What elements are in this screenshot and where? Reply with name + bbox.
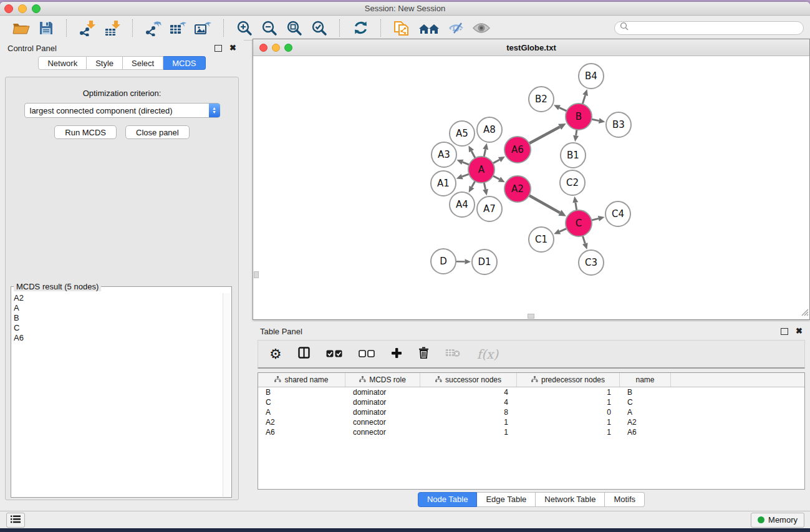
graph-edge-A6-B[interactable] [528, 127, 560, 144]
table-cell[interactable]: 1 [420, 417, 517, 427]
result-item[interactable]: C [14, 323, 223, 333]
table-cell[interactable]: B [258, 387, 345, 397]
export-table-button[interactable] [168, 19, 189, 37]
tab-network[interactable]: Network [38, 56, 87, 70]
close-table-panel-icon[interactable]: ✖ [796, 328, 803, 334]
minimize-window-button[interactable] [18, 4, 27, 13]
select-all-button[interactable] [326, 349, 342, 360]
column-visibility-button[interactable] [298, 347, 310, 361]
search-field[interactable] [614, 21, 804, 35]
table-row[interactable]: Cdominator41C [258, 397, 804, 407]
eye-slash-icon [448, 21, 465, 35]
column-header-shared-name[interactable]: shared name [258, 373, 345, 387]
graph-edge-A2-C[interactable] [528, 195, 560, 213]
zoom-in-button[interactable] [234, 19, 255, 37]
table-cell[interactable]: A [258, 407, 345, 417]
resize-grip-icon[interactable] [801, 307, 809, 319]
network-zoom-button[interactable] [284, 44, 292, 52]
function-builder-button[interactable]: f(x) [477, 347, 498, 362]
create-column-button[interactable] [391, 347, 402, 361]
result-item[interactable]: A [14, 303, 223, 313]
export-network-button[interactable] [143, 19, 164, 37]
float-panel-icon[interactable] [215, 45, 222, 52]
column-header-MCDS-role[interactable]: MCDS role [345, 373, 420, 387]
result-item[interactable]: A6 [14, 333, 223, 343]
table-cell[interactable]: 1 [517, 387, 620, 397]
network-close-button[interactable] [259, 44, 268, 52]
tab-motifs[interactable]: Motifs [605, 492, 645, 507]
network-window-titlebar[interactable]: testGlobe.txt [253, 39, 809, 56]
tab-mcds[interactable]: MCDS [163, 56, 205, 70]
table-row[interactable]: Bdominator41B [258, 387, 804, 397]
hide-graphics-details-button[interactable] [446, 19, 467, 37]
show-graphics-details-button[interactable] [471, 19, 492, 37]
checked-boxes-icon [326, 349, 342, 360]
table-cell[interactable]: A6 [258, 427, 345, 437]
save-session-button[interactable] [36, 19, 57, 37]
close-panel-icon[interactable]: ✖ [229, 45, 236, 51]
table-cell[interactable]: C [258, 397, 345, 407]
table-cell[interactable]: connector [345, 427, 420, 437]
table-cell[interactable]: 1 [517, 427, 620, 437]
table-cell[interactable]: connector [345, 417, 420, 427]
result-item[interactable]: B [14, 313, 223, 323]
table-cell[interactable]: A [620, 407, 671, 417]
tab-edge-table[interactable]: Edge Table [477, 492, 536, 507]
table-cell[interactable]: C [620, 397, 671, 407]
table-cell[interactable]: 4 [420, 387, 517, 397]
column-header-successor-nodes[interactable]: successor nodes [420, 373, 517, 387]
table-cell[interactable]: 0 [517, 407, 620, 417]
table-cell[interactable]: dominator [345, 397, 420, 407]
tab-network-table[interactable]: Network Table [536, 492, 605, 507]
optimization-criterion-select[interactable]: largest connected component (directed) ▲… [24, 103, 220, 118]
float-table-panel-icon[interactable] [781, 328, 788, 335]
table-cell[interactable]: 1 [517, 397, 620, 407]
horizontal-scroll-indicator[interactable] [528, 314, 534, 319]
table-cell[interactable]: A6 [620, 427, 671, 437]
column-header-predecessor-nodes[interactable]: predecessor nodes [517, 373, 620, 387]
network-window-controls [259, 44, 292, 52]
close-panel-button[interactable]: Close panel [125, 125, 190, 139]
table-cell[interactable]: A2 [620, 417, 671, 427]
mcds-result-list[interactable]: A2ABCA6 [14, 293, 223, 496]
table-row[interactable]: A2connector11A2 [258, 417, 804, 427]
table-cell[interactable]: 8 [420, 407, 517, 417]
zoom-selected-button[interactable] [309, 19, 330, 37]
export-image-button[interactable] [193, 19, 214, 37]
vertical-scroll-indicator[interactable] [254, 271, 259, 278]
table-row[interactable]: A6connector11A6 [258, 427, 804, 437]
run-mcds-button[interactable]: Run MCDS [54, 125, 117, 139]
table-row[interactable]: Adominator80A [258, 407, 804, 417]
task-history-button[interactable] [6, 513, 25, 528]
clone-network-button[interactable] [391, 19, 412, 37]
network-minimize-button[interactable] [272, 44, 280, 52]
memory-button[interactable]: Memory [751, 513, 804, 528]
home-layout-button[interactable] [416, 19, 442, 37]
open-session-button[interactable] [11, 19, 32, 37]
column-header-name[interactable]: name [620, 373, 671, 387]
refresh-button[interactable] [350, 19, 371, 37]
zoom-out-button[interactable] [259, 19, 280, 37]
table-cell[interactable]: dominator [345, 407, 420, 417]
import-network-button[interactable] [77, 19, 98, 37]
table-cell[interactable]: 1 [420, 427, 517, 437]
import-table-button[interactable] [102, 19, 123, 37]
delete-table-button[interactable] [445, 348, 461, 360]
table-cell[interactable]: 4 [420, 397, 517, 407]
zoom-window-button[interactable] [32, 4, 41, 13]
network-canvas[interactable]: B4B2BB3B1A5A8A6A3AA1A4A7A2C2CC4C1C3DD1 [253, 56, 809, 319]
table-cell[interactable]: A2 [258, 417, 345, 427]
tab-style[interactable]: Style [87, 56, 123, 70]
table-cell[interactable]: B [620, 387, 671, 397]
delete-column-button[interactable] [418, 347, 429, 361]
zoom-fit-button[interactable] [284, 19, 305, 37]
result-scrollbar[interactable] [223, 293, 231, 496]
tab-select[interactable]: Select [123, 56, 163, 70]
close-window-button[interactable] [4, 4, 13, 13]
result-item[interactable]: A2 [14, 293, 223, 303]
tab-node-table[interactable]: Node Table [418, 492, 478, 507]
deselect-all-button[interactable] [359, 349, 375, 360]
table-cell[interactable]: 1 [517, 417, 620, 427]
table-settings-button[interactable]: ⚙ [269, 347, 282, 361]
table-cell[interactable]: dominator [345, 387, 420, 397]
